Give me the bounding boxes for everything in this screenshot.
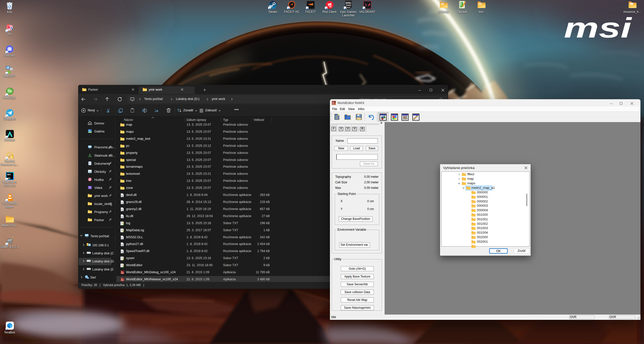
svg-text:HS: HS [8, 90, 12, 93]
svg-text:EPIC: EPIC [346, 2, 351, 4]
svg-text:GAMES: GAMES [346, 5, 351, 6]
svg-text:WS: WS [7, 173, 11, 176]
